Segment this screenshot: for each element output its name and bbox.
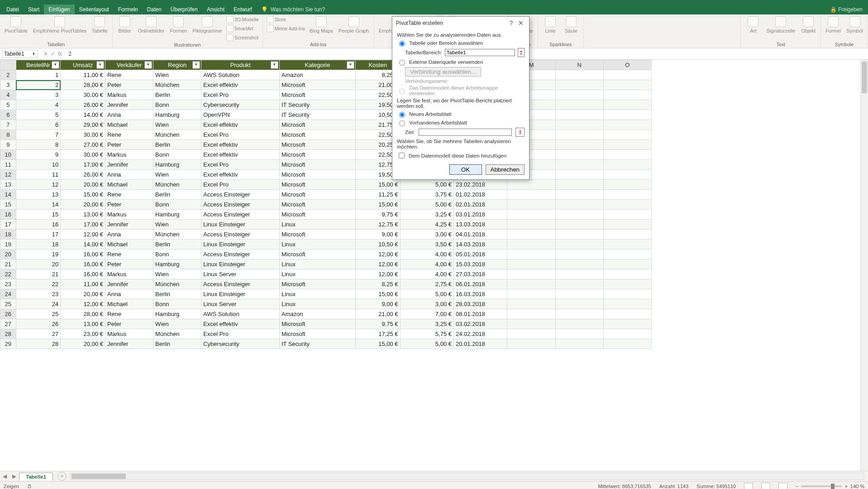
cell[interactable]: 11	[16, 170, 61, 180]
cell[interactable]: Berlin	[153, 140, 201, 150]
cell[interactable]: IT Security	[280, 339, 356, 349]
cell[interactable]: 9	[16, 150, 61, 160]
cell[interactable]: Linux Server	[201, 269, 280, 279]
cell[interactable]: 7,00 €	[400, 309, 453, 319]
cell[interactable]: 18	[16, 240, 61, 249]
cell-empty[interactable]	[507, 240, 555, 249]
dialog-close-button[interactable]: ✕	[516, 19, 525, 27]
cell[interactable]: 3,50 €	[400, 240, 453, 249]
cell[interactable]: 06.01.2018	[454, 279, 507, 289]
add-sheet-button[interactable]: +	[57, 472, 67, 481]
cell[interactable]: 7	[16, 130, 61, 140]
cell[interactable]: Linux	[280, 220, 356, 230]
scrollbar-thumb[interactable]	[862, 62, 867, 93]
cell[interactable]: Microsoft	[280, 319, 356, 329]
cell-empty[interactable]	[507, 279, 555, 289]
cell[interactable]: 30,00 €	[61, 150, 105, 160]
cell[interactable]: 17,25 €	[355, 329, 400, 339]
horizontal-scrollbar[interactable]	[70, 473, 864, 480]
cell[interactable]: 29,00 €	[61, 120, 105, 130]
tab-formeln[interactable]: Formeln	[114, 5, 143, 14]
cell[interactable]: 25	[16, 309, 61, 319]
cell[interactable]: 20,00 €	[61, 180, 105, 190]
cell[interactable]: 4,00 €	[400, 259, 453, 269]
cell-empty[interactable]	[555, 110, 603, 120]
smartart-button[interactable]: SmartArt	[225, 24, 260, 33]
checkbox-add-to-model[interactable]: Dem Datenmodell diese Daten hinzufügen	[397, 151, 525, 160]
cell[interactable]: 3,75 €	[400, 190, 453, 200]
cell[interactable]: 28.03.2018	[454, 299, 507, 309]
sparkline-column-button[interactable]: Säule	[562, 15, 581, 34]
row-header[interactable]: 4	[0, 90, 16, 100]
cell[interactable]: München	[153, 180, 201, 190]
cell-empty[interactable]	[603, 329, 651, 339]
cell-empty[interactable]	[603, 319, 651, 329]
cell[interactable]: Linux Einsteiger	[201, 240, 280, 249]
cell[interactable]: 12,00 €	[61, 299, 105, 309]
cell[interactable]: Microsoft	[280, 230, 356, 240]
cell[interactable]: Markus	[105, 329, 153, 339]
zoom-in-button[interactable]: +	[844, 484, 847, 489]
cell[interactable]: Access Einsteiger	[201, 249, 280, 259]
cell-empty[interactable]	[507, 309, 555, 319]
cell[interactable]: OpenVPN	[201, 110, 280, 120]
cell[interactable]: 13.03.2018	[454, 220, 507, 230]
cell-empty[interactable]	[507, 200, 555, 210]
cell[interactable]: 20.01.2018	[454, 339, 507, 349]
filter-button[interactable]: ▾	[96, 61, 104, 69]
tab-entwurf[interactable]: Entwurf	[229, 5, 257, 14]
cell[interactable]: Microsoft	[280, 120, 356, 130]
cell[interactable]: Excel effektiv	[201, 170, 280, 180]
row-header[interactable]: 24	[0, 289, 16, 299]
cancel-formula-icon[interactable]: ✕	[43, 51, 48, 57]
cell[interactable]: Excel Pro	[201, 180, 280, 190]
cell[interactable]: Linux	[280, 299, 356, 309]
cell[interactable]: 16	[16, 220, 61, 230]
cell-empty[interactable]	[555, 259, 603, 269]
row-header[interactable]: 29	[0, 339, 16, 349]
cell[interactable]: Berlin	[153, 339, 201, 349]
cell[interactable]: 5	[16, 110, 61, 120]
cell[interactable]: Access Einsteiger	[201, 190, 280, 200]
row-header[interactable]: 19	[0, 240, 16, 249]
cell[interactable]: Rene	[105, 130, 153, 140]
zoom-out-button[interactable]: −	[796, 484, 798, 489]
cell-empty[interactable]	[507, 190, 555, 200]
cell[interactable]: München	[153, 279, 201, 289]
cell[interactable]: Hamburg	[153, 259, 201, 269]
cell-empty[interactable]	[603, 80, 651, 90]
cell[interactable]: Cybersecurity	[201, 100, 280, 110]
range-picker-button[interactable]	[518, 48, 525, 57]
cell[interactable]: Jennifer	[105, 279, 153, 289]
cell[interactable]: Microsoft	[280, 180, 356, 190]
cell[interactable]: Anna	[105, 230, 153, 240]
cell[interactable]: 12,75 €	[355, 220, 400, 230]
cell[interactable]: 27	[16, 329, 61, 339]
cell[interactable]: 16,00 €	[61, 249, 105, 259]
cell[interactable]: 11,00 €	[61, 70, 105, 80]
radio-new-worksheet[interactable]: Neues Arbeitsblatt	[397, 110, 525, 118]
cell[interactable]: 17,00 €	[61, 160, 105, 170]
cell-empty[interactable]	[603, 180, 651, 190]
cell-empty[interactable]	[555, 249, 603, 259]
cell-empty[interactable]	[555, 289, 603, 299]
cell-empty[interactable]	[603, 150, 651, 160]
cell-empty[interactable]	[603, 160, 651, 170]
cell[interactable]: 12,00 €	[355, 259, 400, 269]
cell[interactable]: Linux	[280, 240, 356, 249]
cell[interactable]: Wien	[153, 269, 201, 279]
row-header[interactable]: 17	[0, 220, 16, 230]
cell[interactable]: Amazon	[280, 309, 356, 319]
cell[interactable]: Amazon	[280, 70, 356, 80]
icons-button[interactable]: Piktogramme	[191, 15, 224, 34]
row-header[interactable]: 5	[0, 100, 16, 110]
row-header[interactable]: 20	[0, 249, 16, 259]
cell-empty[interactable]	[555, 80, 603, 90]
cell[interactable]: 14,00 €	[61, 240, 105, 249]
cell[interactable]: 2	[16, 80, 61, 90]
radio-existing-worksheet[interactable]: Vorhandenes Arbeitsblatt	[397, 119, 525, 126]
cell[interactable]: Bonn	[153, 100, 201, 110]
cell[interactable]: 21	[16, 269, 61, 279]
column-header[interactable]: Umsatz▾	[61, 60, 105, 70]
cancel-button[interactable]: Abbrechen	[486, 164, 525, 175]
